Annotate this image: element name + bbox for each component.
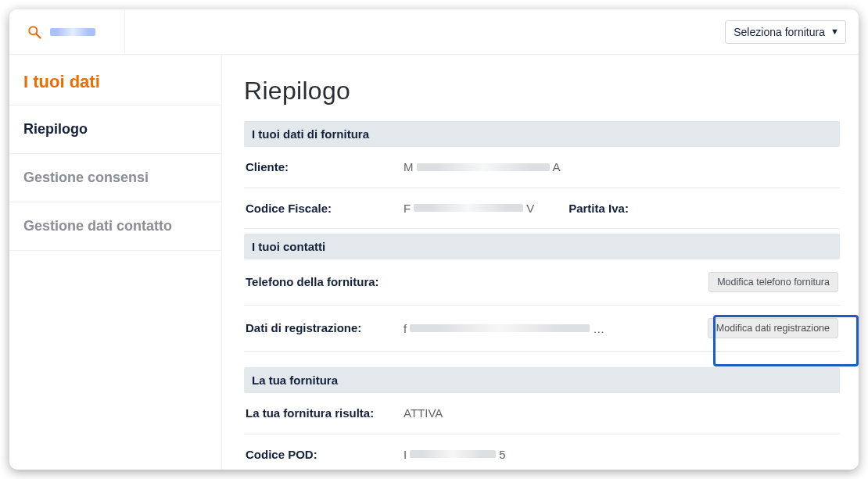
row-codice-fiscale: Codice Fiscale: F V Partita Iva: bbox=[244, 188, 840, 230]
brand-text-redacted bbox=[50, 28, 95, 36]
redacted-text bbox=[417, 163, 550, 171]
value-reg-prefix: f bbox=[404, 322, 407, 335]
value-dati-registrazione: f … bbox=[404, 322, 692, 335]
sidebar-title: I tuoi dati bbox=[9, 55, 221, 105]
label-codice-fiscale: Codice Fiscale: bbox=[246, 201, 388, 216]
main-content: Riepilogo I tuoi dati di fornitura Clien… bbox=[222, 55, 859, 470]
row-supply-status: La tua fornitura risulta: ATTIVA bbox=[244, 393, 840, 434]
sidebar: I tuoi dati Riepilogo Gestione consensi … bbox=[9, 55, 222, 470]
page-title: Riepilogo bbox=[244, 77, 840, 105]
value-cf-suffix: V bbox=[526, 202, 534, 215]
chevron-down-icon: ▼ bbox=[830, 27, 839, 36]
svg-line-1 bbox=[37, 34, 41, 38]
brand-magnifier-icon bbox=[27, 24, 42, 40]
value-codice-fiscale: F V Partita Iva: bbox=[404, 202, 838, 215]
row-cliente: Cliente: M A bbox=[244, 147, 840, 188]
section-heading-contacts: I tuoi contatti bbox=[244, 234, 840, 259]
row-telefono-fornitura: Telefono della fornitura: Modifica telef… bbox=[244, 259, 840, 306]
section-heading-supply: La tua fornitura bbox=[244, 367, 840, 393]
value-codice-pod: I 5 bbox=[404, 448, 838, 461]
value-supply-status: ATTIVA bbox=[404, 406, 838, 420]
value-cliente: M A bbox=[404, 160, 838, 173]
value-pod-prefix: I bbox=[404, 448, 407, 461]
label-dati-registrazione: Dati di registrazione: bbox=[246, 320, 388, 336]
redacted-text bbox=[410, 450, 496, 458]
modify-registration-button[interactable]: Modifica dati registrazione bbox=[708, 318, 838, 338]
value-pod-suffix: 5 bbox=[499, 448, 505, 461]
value-reg-suffix: … bbox=[593, 322, 604, 335]
select-supply-label: Seleziona fornitura bbox=[733, 26, 825, 38]
redacted-text bbox=[410, 324, 590, 332]
modify-phone-button[interactable]: Modifica telefono fornitura bbox=[708, 272, 838, 292]
brand bbox=[16, 9, 125, 54]
row-codice-pod: Codice POD: I 5 bbox=[244, 434, 840, 470]
section-heading-supply-data: I tuoi dati di fornitura bbox=[244, 121, 840, 147]
label-partita-iva: Partita Iva: bbox=[569, 202, 629, 215]
value-cliente-prefix: M bbox=[404, 160, 414, 173]
label-codice-pod: Codice POD: bbox=[246, 447, 388, 463]
label-telefono-fornitura: Telefono della fornitura: bbox=[246, 274, 388, 290]
redacted-text bbox=[414, 204, 523, 212]
topbar: Seleziona fornitura ▼ bbox=[9, 9, 859, 55]
select-supply-dropdown[interactable]: Seleziona fornitura ▼ bbox=[725, 20, 846, 44]
label-cliente: Cliente: bbox=[246, 159, 388, 175]
sidebar-item-gestione-dati-contatto[interactable]: Gestione dati contatto bbox=[9, 202, 221, 251]
label-supply-status: La tua fornitura risulta: bbox=[246, 406, 388, 421]
value-cliente-suffix: A bbox=[553, 160, 561, 173]
row-dati-registrazione: Dati di registrazione: f … Modifica dati… bbox=[244, 306, 840, 352]
sidebar-item-gestione-consensi[interactable]: Gestione consensi bbox=[9, 154, 221, 202]
sidebar-item-riepilogo[interactable]: Riepilogo bbox=[9, 105, 221, 154]
value-cf-prefix: F bbox=[404, 202, 411, 215]
